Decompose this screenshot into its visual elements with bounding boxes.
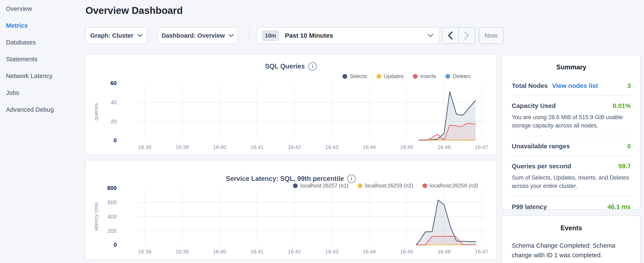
chevron-down-icon bbox=[428, 34, 433, 37]
event-message[interactable]: Schema Change Completed: Schema change w… bbox=[512, 241, 631, 260]
svg-text:16:44: 16:44 bbox=[363, 144, 376, 150]
chevron-down-icon bbox=[229, 34, 234, 37]
graph-dropdown-label: Graph: Cluster bbox=[90, 32, 133, 39]
svg-text:16:44: 16:44 bbox=[363, 249, 376, 254]
summary-row-capacity-used: Capacity Used 0.01% You are using 28.6 M… bbox=[512, 96, 631, 136]
time-step-buttons bbox=[442, 27, 475, 44]
svg-text:16:40: 16:40 bbox=[213, 144, 226, 150]
summary-description: Sum of Selects, Updates, Inserts, and De… bbox=[512, 174, 631, 190]
sidebar-item-jobs[interactable]: Jobs bbox=[0, 85, 85, 101]
summary-label: Total Nodes bbox=[512, 82, 548, 89]
svg-text:16:47: 16:47 bbox=[475, 249, 488, 254]
time-step-forward-button[interactable] bbox=[459, 28, 475, 43]
chevron-right-icon bbox=[464, 32, 469, 40]
events-panel: Events Schema Change Completed: Schema c… bbox=[502, 215, 640, 263]
service-latency-chart-plot: 16:3816:3916:4016:4116:4216:4316:4416:45… bbox=[86, 160, 496, 259]
summary-label: Queries per second bbox=[512, 163, 571, 170]
svg-text:16:38: 16:38 bbox=[138, 144, 152, 150]
sidebar: Overview Metrics Databases Statements Ne… bbox=[0, 0, 85, 263]
svg-text:16:38: 16:38 bbox=[138, 249, 152, 254]
dashboard-dropdown-label: Dashboard: Overview bbox=[161, 32, 225, 39]
page-title: Overview Dashboard bbox=[86, 5, 183, 16]
svg-text:16:43: 16:43 bbox=[325, 144, 338, 150]
time-range-dropdown[interactable]: 10m Past 10 Minutes bbox=[257, 27, 440, 44]
svg-text:16:45: 16:45 bbox=[400, 144, 413, 150]
svg-text:0: 0 bbox=[114, 242, 117, 248]
svg-text:latency (ms): latency (ms) bbox=[93, 202, 99, 231]
summary-value: 0.01% bbox=[613, 102, 631, 109]
svg-text:16:46: 16:46 bbox=[438, 144, 451, 150]
sql-queries-chart-plot: 16:3816:3916:4016:4116:4216:4316:4416:45… bbox=[86, 55, 496, 154]
sidebar-item-statements[interactable]: Statements bbox=[0, 51, 85, 68]
sql-queries-chart-card: SQL Queries i Selects Updates Inserts De… bbox=[85, 54, 497, 155]
svg-text:40: 40 bbox=[110, 99, 117, 105]
svg-text:0: 0 bbox=[114, 137, 117, 144]
graph-dropdown[interactable]: Graph: Cluster bbox=[86, 27, 147, 44]
summary-label: Capacity Used bbox=[512, 102, 556, 109]
summary-value: 46.1 ms bbox=[608, 203, 631, 210]
sidebar-item-metrics[interactable]: Metrics bbox=[0, 17, 85, 34]
summary-value: 0 bbox=[627, 143, 631, 150]
svg-text:16:39: 16:39 bbox=[176, 144, 189, 150]
svg-text:16:39: 16:39 bbox=[176, 249, 189, 254]
chevron-left-icon bbox=[448, 32, 453, 40]
events-title: Events bbox=[512, 224, 631, 232]
svg-text:16:40: 16:40 bbox=[213, 249, 226, 254]
summary-row-p99-latency: P99 latency 46.1 ms bbox=[512, 197, 631, 216]
svg-text:16:42: 16:42 bbox=[288, 144, 301, 150]
svg-text:queries: queries bbox=[93, 103, 99, 120]
summary-panel: Summary Total Nodes View nodes list 3 Ca… bbox=[502, 55, 640, 210]
time-range-label: Past 10 Minutes bbox=[285, 32, 333, 39]
view-nodes-list-link[interactable]: View nodes list bbox=[552, 82, 598, 89]
divider bbox=[249, 27, 250, 44]
svg-text:600: 600 bbox=[108, 199, 117, 205]
sidebar-item-databases[interactable]: Databases bbox=[0, 34, 85, 51]
time-range-badge: 10m bbox=[262, 30, 279, 41]
chevron-down-icon bbox=[137, 34, 142, 37]
now-button[interactable]: Now bbox=[479, 27, 504, 44]
service-latency-chart-card: Service Latency: SQL, 99th percentile i … bbox=[85, 160, 497, 260]
svg-text:20: 20 bbox=[110, 119, 117, 124]
overview-dashboard-page: Overview Metrics Databases Statements Ne… bbox=[0, 0, 644, 263]
svg-text:16:41: 16:41 bbox=[250, 249, 264, 254]
svg-text:200: 200 bbox=[108, 228, 117, 234]
svg-text:16:42: 16:42 bbox=[288, 249, 301, 254]
sidebar-item-overview[interactable]: Overview bbox=[0, 1, 85, 17]
svg-text:60: 60 bbox=[110, 80, 117, 86]
sidebar-item-network-latency[interactable]: Network Latency bbox=[0, 68, 85, 85]
svg-text:16:41: 16:41 bbox=[250, 144, 264, 150]
svg-text:800: 800 bbox=[107, 185, 117, 191]
svg-text:16:47: 16:47 bbox=[475, 144, 488, 150]
sidebar-item-advanced-debug[interactable]: Advanced Debug bbox=[0, 101, 85, 118]
summary-description: You are using 28.6 MiB of 515.9 GiB usab… bbox=[512, 113, 631, 130]
summary-label: Unavailable ranges bbox=[512, 143, 570, 150]
summary-value: 59.7 bbox=[618, 163, 631, 170]
summary-row-queries-per-second: Queries per second 59.7 Sum of Selects, … bbox=[512, 156, 631, 197]
svg-text:16:43: 16:43 bbox=[325, 249, 338, 254]
summary-title: Summary bbox=[512, 63, 631, 71]
summary-label: P99 latency bbox=[512, 203, 547, 210]
svg-text:16:46: 16:46 bbox=[438, 249, 451, 254]
svg-text:400: 400 bbox=[108, 214, 117, 220]
summary-row-total-nodes: Total Nodes View nodes list 3 bbox=[512, 71, 631, 96]
summary-value: 3 bbox=[627, 82, 631, 89]
dashboard-dropdown[interactable]: Dashboard: Overview bbox=[158, 27, 238, 44]
summary-row-unavailable-ranges: Unavailable ranges 0 bbox=[512, 136, 631, 156]
time-step-back-button[interactable] bbox=[442, 28, 459, 43]
svg-text:16:45: 16:45 bbox=[400, 249, 413, 254]
